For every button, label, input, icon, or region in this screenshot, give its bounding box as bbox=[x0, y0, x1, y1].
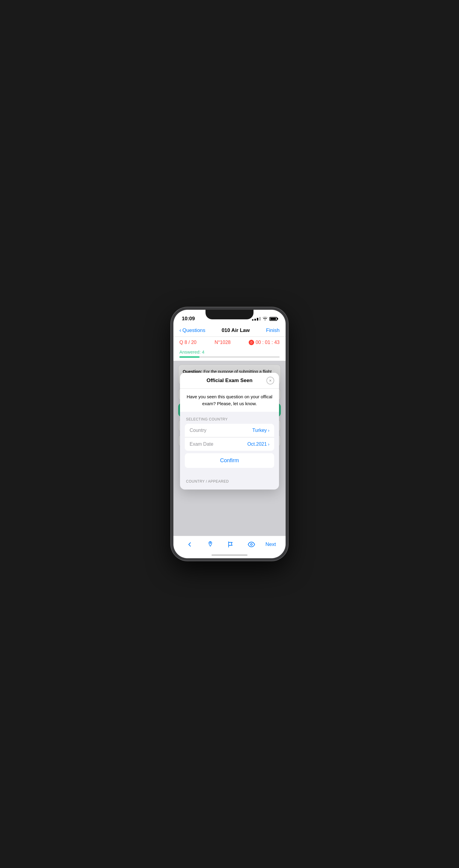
exam-date-label: Exam Date bbox=[190, 441, 213, 447]
progress-section: Answered: 4 bbox=[173, 348, 286, 361]
flag-button[interactable] bbox=[224, 539, 237, 550]
back-button[interactable]: ‹ Questions bbox=[179, 327, 205, 334]
modal: Official Exam Seen × Have you seen this … bbox=[180, 373, 279, 490]
chevron-right-icon: › bbox=[268, 442, 269, 446]
back-nav-button[interactable] bbox=[183, 539, 196, 550]
question-number: N°1028 bbox=[215, 340, 231, 345]
screen: 10:09 bbox=[173, 310, 286, 558]
modal-header: Official Exam Seen × bbox=[180, 373, 279, 389]
close-icon: × bbox=[269, 378, 271, 383]
progress-bar bbox=[179, 356, 280, 358]
page-title: 010 Air Law bbox=[222, 328, 250, 334]
content-area: Question: For the purpose of submitting … bbox=[173, 361, 286, 536]
country-appeared-label: COUNTRY / APPEARED bbox=[185, 476, 274, 486]
answered-text: Answered: 4 bbox=[179, 349, 280, 354]
exam-date-value-group: Oct.2021 › bbox=[247, 441, 269, 447]
notch bbox=[205, 310, 254, 319]
modal-body: Have you seen this question on your offi… bbox=[180, 389, 279, 412]
country-label: Country bbox=[190, 428, 206, 433]
progress-fill bbox=[179, 356, 199, 358]
status-icons bbox=[252, 316, 277, 321]
info-bar: Q 8 / 20 N°1028 ⏱ 00 : 01 : 43 bbox=[173, 337, 286, 348]
modal-overlay: Official Exam Seen × Have you seen this … bbox=[173, 361, 286, 536]
wifi-icon bbox=[262, 316, 268, 321]
eye-button[interactable] bbox=[245, 539, 258, 550]
exam-date-value: Oct.2021 bbox=[247, 441, 267, 447]
exam-date-picker-row[interactable]: Exam Date Oct.2021 › bbox=[185, 438, 274, 451]
flag-icon bbox=[227, 541, 234, 548]
chevron-right-icon: › bbox=[268, 428, 269, 433]
modal-title: Official Exam Seen bbox=[206, 378, 252, 383]
finish-button[interactable]: Finish bbox=[266, 328, 280, 334]
phone-frame: 10:09 bbox=[171, 307, 288, 561]
home-indicator bbox=[211, 554, 248, 556]
pin-icon bbox=[207, 541, 214, 548]
timer-value: 00 : 01 : 43 bbox=[256, 340, 280, 345]
chevron-left-icon bbox=[187, 541, 193, 548]
pin-button[interactable] bbox=[204, 539, 217, 550]
country-appeared-section: COUNTRY / APPEARED bbox=[180, 474, 279, 490]
back-label: Questions bbox=[183, 328, 205, 334]
signal-icon bbox=[252, 317, 261, 320]
battery-icon bbox=[269, 317, 277, 321]
modal-description: Have you seen this question on your offi… bbox=[187, 394, 272, 406]
eye-icon bbox=[248, 541, 255, 548]
selecting-country-label: SELECTING COUNTRY bbox=[185, 414, 274, 424]
next-button[interactable]: Next bbox=[265, 541, 276, 548]
country-value-group: Turkey › bbox=[252, 428, 269, 433]
nav-bar: ‹ Questions 010 Air Law Finish bbox=[173, 325, 286, 337]
country-picker-row[interactable]: Country Turkey › bbox=[185, 424, 274, 437]
timer: ⏱ 00 : 01 : 43 bbox=[249, 340, 280, 345]
chevron-left-icon: ‹ bbox=[179, 327, 181, 334]
country-value: Turkey bbox=[252, 428, 267, 433]
confirm-button[interactable]: Confirm bbox=[185, 453, 274, 468]
modal-close-button[interactable]: × bbox=[266, 377, 274, 384]
status-time: 10:09 bbox=[182, 316, 195, 322]
selecting-country-section: SELECTING COUNTRY Country Turkey › Exam … bbox=[180, 412, 279, 474]
svg-point-1 bbox=[251, 544, 252, 545]
confirm-label: Confirm bbox=[220, 457, 239, 464]
question-counter: Q 8 / 20 bbox=[179, 340, 197, 345]
clock-icon: ⏱ bbox=[249, 340, 254, 345]
